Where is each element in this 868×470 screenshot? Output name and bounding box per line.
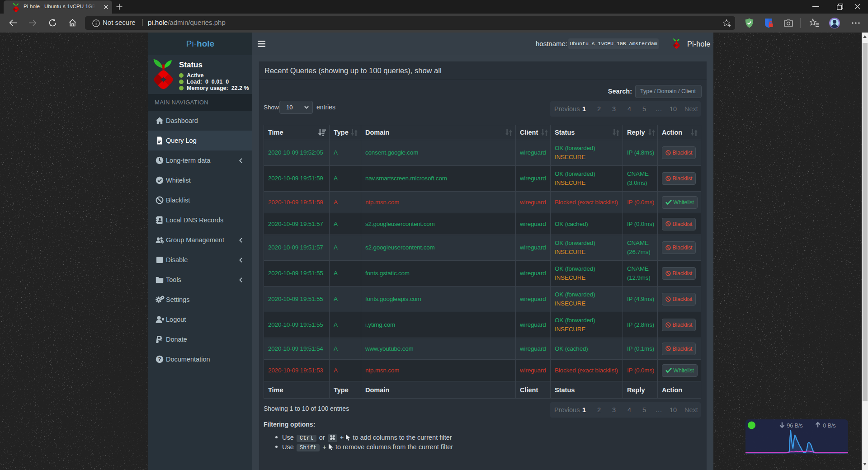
svg-text:0 B/s: 0 B/s: [823, 422, 836, 429]
svg-text:96 B/s: 96 B/s: [787, 422, 803, 429]
svg-text:?: ?: [158, 356, 161, 362]
